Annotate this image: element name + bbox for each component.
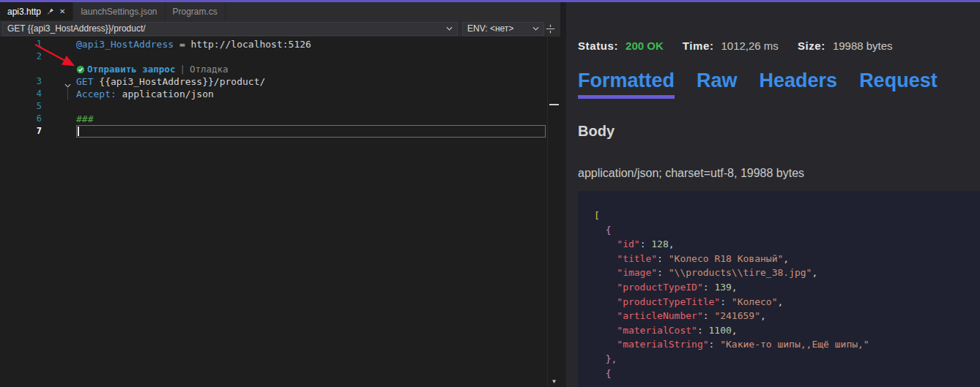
response-tab-raw[interactable]: Raw — [697, 69, 738, 99]
request-bar: GET {{api3_HostAddress}}/product/ ENV: <… — [0, 20, 560, 37]
fold-margin — [42, 100, 76, 113]
pin-icon[interactable] — [47, 7, 54, 15]
json-token: "\\products\\tire_38.jpg" — [669, 267, 812, 278]
tab-label: api3.http — [7, 7, 41, 17]
json-token: { — [606, 368, 612, 379]
fold-margin[interactable] — [42, 75, 76, 88]
close-icon[interactable]: ✕ — [59, 7, 65, 15]
body-heading: Body — [578, 123, 980, 140]
editor-line[interactable]: 6### — [0, 113, 560, 125]
json-token: "materialCost" — [617, 325, 697, 336]
json-line: "articleNumber": "241659", — [594, 309, 980, 323]
code-line[interactable] — [76, 50, 546, 63]
json-token: : — [657, 253, 669, 264]
editor-line[interactable]: Отправить запрос|Отладка — [0, 63, 560, 75]
scrollbar-down-arrow-icon[interactable]: ▼ — [548, 379, 560, 385]
send-request-link[interactable]: Отправить запрос — [87, 63, 175, 75]
fold-margin — [42, 125, 76, 138]
response-tab-headers[interactable]: Headers — [760, 69, 838, 99]
environment-combo[interactable]: ENV: <нет> — [462, 22, 544, 36]
debug-link[interactable]: Отладка — [190, 63, 229, 75]
document-tab-strip: api3.http✕launchSettings.jsonProgram.cs — [0, 2, 560, 20]
code-token: {{api3_HostAddress}} — [99, 76, 214, 87]
tab-launchsettings-json[interactable]: launchSettings.json — [73, 2, 165, 20]
json-token — [594, 282, 617, 293]
json-line: "materialCost": 1100, — [594, 323, 980, 338]
editor-scrollbar[interactable]: ▼ — [547, 37, 560, 387]
code-line[interactable]: @api3_HostAddress = http://localhost:512… — [76, 38, 546, 50]
json-token: : — [697, 325, 709, 336]
response-status-row: Status: 200 OK Time: 1012,26 ms Size: 19… — [578, 40, 980, 52]
json-token — [594, 368, 606, 379]
tab-program-cs[interactable]: Program.cs — [166, 2, 226, 20]
app-window: api3.http✕launchSettings.jsonProgram.cs … — [0, 2, 980, 387]
json-token: "productTypeID" — [617, 282, 702, 293]
editor-line[interactable]: 3GET {{api3_HostAddress}}/product/ — [0, 75, 560, 88]
current-line[interactable] — [76, 125, 546, 138]
line-number: 3 — [0, 75, 42, 88]
json-token — [594, 267, 617, 278]
chevron-down-icon — [528, 26, 539, 31]
json-line: { — [594, 223, 980, 238]
scrollbar-caret-marker — [549, 104, 559, 105]
line-number: 1 — [0, 38, 42, 50]
response-tab-formatted[interactable]: Formatted — [578, 69, 675, 99]
split-editor-button[interactable] — [544, 23, 557, 35]
json-token: : — [703, 282, 715, 293]
code-token: http://localhost:5126 — [191, 39, 311, 50]
json-token: : — [640, 238, 652, 249]
json-token: , — [669, 238, 675, 249]
json-line: { — [594, 367, 980, 381]
request-url-text: GET {{api3_HostAddress}}/product/ — [7, 23, 146, 34]
json-token: "image" — [617, 267, 657, 278]
code-line[interactable]: ### — [76, 113, 546, 125]
tab-api3-http[interactable]: api3.http✕ — [0, 2, 73, 20]
json-token: "articleNumber" — [617, 310, 702, 321]
response-tab-request[interactable]: Request — [859, 69, 938, 99]
json-line: }, — [594, 352, 980, 367]
editor-pane: api3.http✕launchSettings.jsonProgram.cs … — [0, 2, 560, 387]
code-token: = — [174, 39, 190, 50]
tab-label: launchSettings.json — [81, 7, 157, 17]
json-token — [594, 238, 617, 249]
code-token: /product/ — [214, 76, 265, 87]
json-token: "productTypeTitle" — [617, 296, 720, 307]
editor-line[interactable]: 5 — [0, 100, 560, 113]
editor-line[interactable]: 2 — [0, 50, 560, 63]
fold-margin — [42, 88, 76, 100]
fold-margin — [42, 38, 76, 50]
code-line[interactable] — [76, 100, 546, 113]
code-editor[interactable]: 1@api3_HostAddress = http://localhost:51… — [0, 37, 560, 387]
json-token: , — [732, 282, 738, 293]
size-value: 19988 bytes — [833, 40, 893, 52]
time-label: Time: — [683, 40, 714, 52]
json-line: "productTypeTitle": "Колесо", — [594, 295, 980, 309]
json-token: , — [812, 267, 817, 278]
json-token: "241659" — [714, 310, 760, 321]
code-line[interactable]: Accept: application/json — [76, 88, 546, 100]
code-line[interactable]: Отправить запрос|Отладка — [76, 63, 546, 75]
fold-guide — [67, 87, 68, 100]
json-token: , — [783, 253, 789, 264]
editor-line[interactable]: 7 — [0, 125, 560, 138]
json-token: 128 — [651, 238, 668, 249]
environment-text: ENV: <нет> — [467, 23, 513, 34]
json-line: "productTypeID": 139, — [594, 280, 980, 295]
pane-splitter[interactable] — [560, 2, 566, 387]
json-response-block: [ { "id": 128, "title": "Колесо R18 Кова… — [578, 191, 980, 387]
json-token — [594, 225, 606, 236]
editor-line[interactable]: 1@api3_HostAddress = http://localhost:51… — [0, 38, 560, 50]
code-line[interactable]: GET {{api3_HostAddress}}/product/ — [76, 75, 546, 88]
json-line: "image": "\\products\\tire_38.jpg", — [594, 266, 980, 280]
code-token: application/json — [116, 89, 214, 99]
json-token: "Колесо" — [732, 296, 778, 307]
request-url-combo[interactable]: GET {{api3_HostAddress}}/product/ — [2, 22, 458, 36]
fold-margin — [42, 113, 76, 125]
json-token — [594, 353, 606, 364]
codelens-separator: | — [179, 63, 185, 75]
json-line: [ — [594, 208, 980, 223]
editor-line[interactable]: 4Accept: application/json — [0, 88, 560, 100]
line-number: 2 — [0, 50, 42, 63]
size-label: Size: — [798, 40, 825, 52]
json-line: "title": "Колесо R18 Кованый", — [594, 252, 980, 266]
